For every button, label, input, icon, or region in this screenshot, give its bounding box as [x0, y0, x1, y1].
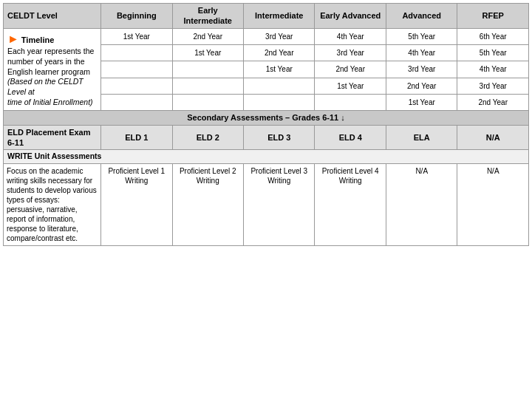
year-row4-earlyint	[172, 78, 243, 94]
year-row3-beginning	[101, 61, 172, 78]
year-row2-int: 2nd Year	[244, 44, 315, 61]
year-row1-earlyadv: 4th Year	[315, 28, 386, 44]
year-row4-beginning	[101, 78, 172, 94]
orange-arrow-icon: ►	[7, 33, 19, 45]
year-row5-beginning	[101, 94, 172, 110]
timeline-cell: ►Timeline Each year represents the numbe…	[4, 28, 101, 111]
header-beginning: Beginning	[101, 4, 172, 29]
write-adv: N/A	[386, 163, 457, 245]
eld-placement-earlyadv: ELD 4	[315, 125, 386, 150]
year-row4-int	[244, 78, 315, 94]
year-row5-earlyint	[172, 94, 243, 110]
year-row5-earlyadv	[315, 94, 386, 110]
timeline-desc3: English learner program	[7, 67, 90, 76]
write-rfep: N/A	[457, 163, 529, 245]
eld-placement-earlyint: ELD 2	[172, 125, 243, 150]
eld-placement-rfep: N/A	[457, 125, 529, 150]
year-row4-rfep: 3rd Year	[457, 78, 529, 94]
write-title: WRITE Unit Assessments	[4, 150, 529, 164]
header-rfep: RFEP	[457, 4, 529, 29]
header-adv: Advanced	[386, 4, 457, 29]
year-row1-adv: 5th Year	[386, 28, 457, 44]
write-earlyint: Proficient Level 2 Writing	[172, 163, 243, 245]
year-row1-int: 3rd Year	[244, 28, 315, 44]
timeline-title: Timeline	[21, 35, 54, 44]
year-row1-beginning: 1st Year	[101, 28, 172, 44]
secondary-banner: Secondary Assessments – Grades 6-11 ↓	[4, 111, 529, 125]
year-row4-adv: 2nd Year	[386, 78, 457, 94]
header-int: Intermediate	[244, 4, 315, 29]
year-row5-adv: 1st Year	[386, 94, 457, 110]
year-row2-earlyadv: 3rd Year	[315, 44, 386, 61]
year-row1-earlyint: 2nd Year	[172, 28, 243, 44]
write-beginning: Proficient Level 1 Writing	[101, 163, 172, 245]
header-celdt: CELDT Level	[4, 4, 101, 29]
write-earlyadv: Proficient Level 4 Writing	[315, 163, 386, 245]
year-row2-rfep: 5th Year	[457, 44, 529, 61]
year-row5-int	[244, 94, 315, 110]
year-row2-earlyint: 1st Year	[172, 44, 243, 61]
year-row5-rfep: 2nd Year	[457, 94, 529, 110]
write-int: Proficient Level 3 Writing	[244, 163, 315, 245]
year-row4-earlyadv: 1st Year	[315, 78, 386, 94]
year-row3-rfep: 4th Year	[457, 61, 529, 78]
eld-placement-label: ELD Placement Exam 6-11	[4, 125, 101, 150]
timeline-desc4: (Based on the CELDT Level at	[7, 77, 83, 96]
year-row3-int: 1st Year	[244, 61, 315, 78]
year-row1-rfep: 6th Year	[457, 28, 529, 44]
year-row3-adv: 3rd Year	[386, 61, 457, 78]
year-row2-beginning	[101, 44, 172, 61]
timeline-desc1: Each year represents the	[7, 47, 94, 55]
header-early-adv: Early Advanced	[315, 4, 386, 29]
timeline-desc2: number of years in the	[7, 57, 84, 66]
timeline-desc5: time of Initial Enrollment)	[7, 98, 93, 106]
year-row3-earlyint	[172, 61, 243, 78]
write-description: Focus on the academic writing skills nec…	[4, 163, 101, 245]
eld-placement-int: ELD 3	[244, 125, 315, 150]
header-early-int: Early Intermediate	[172, 4, 243, 29]
year-row2-adv: 4th Year	[386, 44, 457, 61]
eld-placement-adv: ELA	[386, 125, 457, 150]
year-row3-earlyadv: 2nd Year	[315, 61, 386, 78]
eld-placement-beginning: ELD 1	[101, 125, 172, 150]
